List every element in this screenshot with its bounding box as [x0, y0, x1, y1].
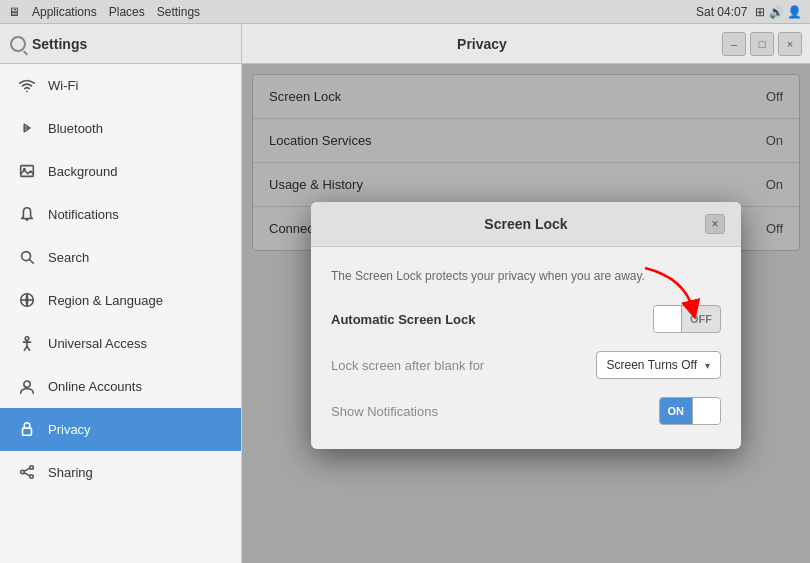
- show-notifications-row: Show Notifications ON: [331, 397, 721, 425]
- auto-lock-row: Automatic Screen Lock OFF: [331, 305, 721, 333]
- sidebar-item-wifi[interactable]: Wi-Fi: [0, 64, 241, 107]
- sidebar-label-background: Background: [48, 164, 117, 179]
- top-bar-apps: 🖥 Applications Places Settings: [8, 5, 200, 19]
- sharing-icon: [16, 461, 38, 483]
- sidebar-label-privacy: Privacy: [48, 422, 91, 437]
- lock-after-label: Lock screen after blank for: [331, 358, 484, 373]
- bluetooth-icon: [16, 117, 38, 139]
- dialog-description: The Screen Lock protects your privacy wh…: [331, 267, 721, 285]
- topbar-app-icon: 🖥: [8, 5, 20, 19]
- dropdown-text: Screen Turns Off: [607, 358, 698, 372]
- dialog-overlay: Screen Lock × The Screen Lock protects y…: [242, 64, 810, 563]
- topbar-time: Sat 04:07: [696, 5, 747, 19]
- topbar-settings[interactable]: Settings: [157, 5, 200, 19]
- background-icon: [16, 160, 38, 182]
- sidebar-item-search[interactable]: Search: [0, 236, 241, 279]
- sidebar-item-notifications[interactable]: Notifications: [0, 193, 241, 236]
- window-controls: – □ ×: [722, 32, 810, 56]
- sidebar-item-bluetooth[interactable]: Bluetooth: [0, 107, 241, 150]
- topbar-icons: ⊞ 🔊 👤: [755, 5, 802, 19]
- dialog-header: Screen Lock ×: [311, 202, 741, 247]
- dialog-close-button[interactable]: ×: [705, 214, 725, 234]
- toggle-thumb-on: [692, 398, 720, 424]
- show-notifications-toggle-text: ON: [660, 398, 693, 424]
- region-icon: [16, 289, 38, 311]
- svg-rect-8: [23, 428, 32, 435]
- main-layout: Wi-Fi Bluetooth Background: [0, 64, 810, 563]
- auto-lock-toggle-text: OFF: [682, 313, 720, 325]
- titlebar-app-label: Settings: [32, 36, 87, 52]
- search-icon: [10, 36, 26, 52]
- online-accounts-icon: [16, 375, 38, 397]
- topbar-applications[interactable]: Applications: [32, 5, 97, 19]
- sidebar-label-notifications: Notifications: [48, 207, 119, 222]
- sidebar-item-universal-access[interactable]: Universal Access: [0, 322, 241, 365]
- sidebar-label-region: Region & Language: [48, 293, 163, 308]
- screen-lock-dialog: Screen Lock × The Screen Lock protects y…: [311, 202, 741, 449]
- privacy-icon: [16, 418, 38, 440]
- top-bar-right: Sat 04:07 ⊞ 🔊 👤: [696, 5, 802, 19]
- sidebar-label-sharing: Sharing: [48, 465, 93, 480]
- svg-point-0: [26, 90, 28, 92]
- screen-turns-off-dropdown[interactable]: Screen Turns Off ▾: [596, 351, 722, 379]
- sidebar-item-online-accounts[interactable]: Online Accounts: [0, 365, 241, 408]
- sidebar-label-online-accounts: Online Accounts: [48, 379, 142, 394]
- sidebar: Wi-Fi Bluetooth Background: [0, 64, 242, 563]
- sidebar-item-privacy[interactable]: Privacy: [0, 408, 241, 451]
- auto-lock-toggle[interactable]: OFF: [653, 305, 721, 333]
- sidebar-item-region[interactable]: Region & Language: [0, 279, 241, 322]
- titlebar: Settings Privacy – □ ×: [0, 24, 810, 64]
- content-area: Screen Lock Off Location Services On Usa…: [242, 64, 810, 563]
- system-top-bar: 🖥 Applications Places Settings Sat 04:07…: [0, 0, 810, 24]
- svg-line-4: [30, 260, 34, 264]
- sidebar-label-bluetooth: Bluetooth: [48, 121, 103, 136]
- toggle-thumb-off: [654, 306, 682, 332]
- wifi-icon: [16, 74, 38, 96]
- show-notifications-label: Show Notifications: [331, 404, 438, 419]
- notifications-icon: [16, 203, 38, 225]
- maximize-button[interactable]: □: [750, 32, 774, 56]
- sidebar-label-search: Search: [48, 250, 89, 265]
- topbar-places[interactable]: Places: [109, 5, 145, 19]
- lock-after-row: Lock screen after blank for Screen Turns…: [331, 351, 721, 379]
- dropdown-arrow-icon: ▾: [705, 360, 710, 371]
- sidebar-label-universal-access: Universal Access: [48, 336, 147, 351]
- svg-line-13: [24, 473, 29, 476]
- auto-lock-label: Automatic Screen Lock: [331, 312, 476, 327]
- titlebar-center-text: Privacy: [457, 36, 507, 52]
- svg-line-12: [24, 468, 29, 471]
- search-sidebar-icon: [16, 246, 38, 268]
- close-button[interactable]: ×: [778, 32, 802, 56]
- dialog-title: Screen Lock: [347, 216, 705, 232]
- sidebar-item-background[interactable]: Background: [0, 150, 241, 193]
- sidebar-item-sharing[interactable]: Sharing: [0, 451, 241, 494]
- svg-point-7: [24, 381, 30, 387]
- dialog-body: The Screen Lock protects your privacy wh…: [311, 247, 741, 449]
- show-notifications-toggle[interactable]: ON: [659, 397, 722, 425]
- universal-access-icon: [16, 332, 38, 354]
- titlebar-title: Privacy: [242, 36, 722, 52]
- sidebar-label-wifi: Wi-Fi: [48, 78, 78, 93]
- minimize-button[interactable]: –: [722, 32, 746, 56]
- titlebar-search-area: Settings: [0, 24, 242, 64]
